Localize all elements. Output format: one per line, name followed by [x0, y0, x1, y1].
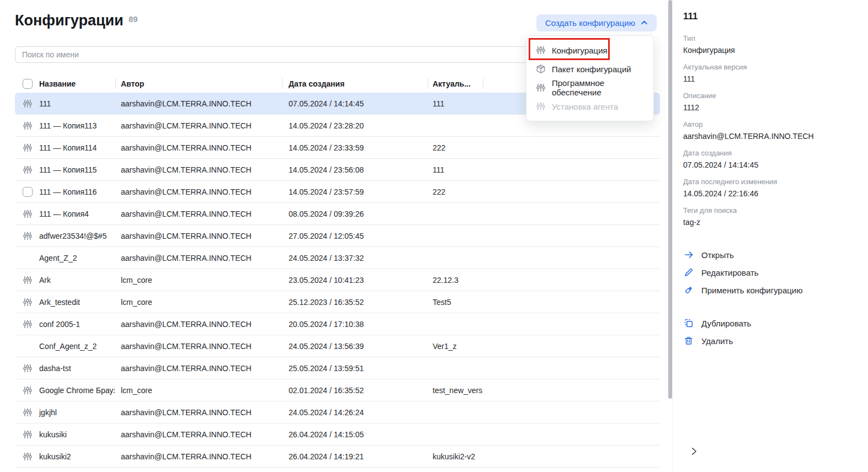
table-row[interactable]: Conf_Agent_z_2aarshavin@LCM.TERRA.INNO.T…	[15, 335, 660, 357]
sliders-icon	[23, 121, 33, 131]
row-leading	[23, 225, 34, 247]
row-created-date: 24.05.2024 / 14:26:24	[289, 401, 427, 423]
row-created-date: 27.05.2024 / 12:05:45	[289, 225, 427, 247]
row-author: lcm_core	[121, 269, 278, 291]
row-actual-version: 22.12.3	[433, 269, 483, 291]
row-leading	[23, 159, 34, 181]
row-created-date: 08.05.2024 / 09:39:26	[289, 203, 427, 225]
arrow-right-icon	[683, 250, 694, 260]
row-created-date: 02.01.2024 / 16:35:52	[289, 379, 427, 401]
package-icon	[536, 64, 546, 74]
sliders-icon	[23, 209, 33, 219]
column-divider	[282, 78, 283, 89]
table-row[interactable]: 111 — Копия114aarshavin@LCM.TERRA.INNO.T…	[15, 137, 660, 159]
sliders-icon	[23, 385, 33, 395]
action-duplicate[interactable]: Дублировать	[683, 314, 751, 332]
menu-item-label: Программное обеспечение	[552, 78, 653, 97]
column-header-created[interactable]: Дата создания	[289, 74, 344, 93]
scrollbar-thumb[interactable]	[668, 0, 672, 399]
column-header-version[interactable]: Актуаль...	[433, 74, 471, 93]
row-created-date: 26.04.2024 / 14:15:05	[289, 423, 427, 446]
table-row[interactable]: dasha-tstaarshavin@LCM.TERRA.INNO.TECH25…	[15, 357, 660, 379]
row-actual-version	[433, 423, 483, 446]
column-divider	[428, 78, 428, 89]
table-row[interactable]: 111 — Копия4aarshavin@LCM.TERRA.INNO.TEC…	[15, 203, 660, 225]
row-leading	[23, 247, 34, 269]
field-label: Тип	[683, 34, 862, 43]
sliders-icon	[23, 297, 33, 307]
sliders-icon	[23, 407, 33, 417]
menu-item-3[interactable]: Программное обеспечение	[526, 78, 653, 97]
sliders-icon	[536, 45, 546, 55]
row-leading	[23, 93, 34, 115]
row-checkbox[interactable]	[23, 187, 33, 197]
row-created-date: 14.05.2024 / 23:33:59	[289, 137, 427, 159]
sliders-icon	[23, 231, 33, 241]
row-name: conf 2005-1	[39, 313, 115, 335]
row-author: aarshavin@LCM.TERRA.INNO.TECH	[121, 247, 278, 269]
menu-item-1[interactable]: Конфигурация	[526, 41, 653, 60]
row-name: 111 — Копия4	[39, 203, 115, 225]
table-row[interactable]: Google Chrome Браузlcm_core02.01.2024 / …	[15, 379, 660, 401]
field-label: Автор	[683, 120, 862, 129]
row-actual-version	[433, 357, 483, 379]
collapse-panel-button[interactable]	[685, 442, 702, 460]
row-author: aarshavin@LCM.TERRA.INNO.TECH	[121, 181, 278, 203]
sliders-icon	[536, 83, 546, 93]
row-leading	[23, 335, 34, 357]
action-apply[interactable]: Применить конфигурацию	[683, 281, 802, 299]
action-label: Удалить	[701, 336, 733, 346]
table-row[interactable]: Agent_Z_2aarshavin@LCM.TERRA.INNO.TECH24…	[15, 247, 660, 269]
detail-field: ТипКонфигурация	[683, 34, 862, 56]
sliders-icon	[23, 363, 33, 373]
table-row[interactable]: jgkjhlaarshavin@LCM.TERRA.INNO.TECH24.05…	[15, 401, 660, 423]
row-leading	[23, 423, 34, 446]
sliders-icon	[536, 101, 546, 111]
row-author: aarshavin@LCM.TERRA.INNO.TECH	[121, 401, 278, 423]
row-created-date: 23.05.2024 / 10:41:23	[289, 269, 427, 291]
table-body: 111aarshavin@LCM.TERRA.INNO.TECH07.05.20…	[15, 93, 660, 468]
row-author: aarshavin@LCM.TERRA.INNO.TECH	[121, 159, 278, 181]
field-value: 1112	[683, 102, 862, 113]
table-row[interactable]: conf 2005-1aarshavin@LCM.TERRA.INNO.TECH…	[15, 313, 660, 335]
select-all-checkbox[interactable]	[23, 74, 33, 93]
action-pencil[interactable]: Редактировать	[683, 264, 802, 281]
menu-item-4: Установка агента	[526, 97, 653, 116]
row-name: Ark	[39, 269, 115, 291]
table-row[interactable]: Arklcm_core23.05.2024 / 10:41:2322.12.3	[15, 269, 660, 291]
table-row[interactable]: 111 — Копия115aarshavin@LCM.TERRA.INNO.T…	[15, 159, 660, 181]
table-row[interactable]: Ark_testeditlcm_core25.12.2023 / 16:35:5…	[15, 291, 660, 313]
details-panel: 111 ТипКонфигурацияАктуальная версия111О…	[672, 0, 868, 472]
table-row[interactable]: 111 — Копия116aarshavin@LCM.TERRA.INNO.T…	[15, 181, 660, 203]
table-row[interactable]: kukusikiaarshavin@LCM.TERRA.INNO.TECH26.…	[15, 423, 660, 446]
row-name: Google Chrome Брауз	[39, 379, 115, 401]
column-header-name[interactable]: Название	[39, 74, 76, 93]
sliders-icon	[23, 165, 33, 175]
field-label: Актуальная версия	[683, 62, 862, 72]
detail-field: Дата создания07.05.2024 / 14:14:45	[683, 148, 862, 170]
field-value: 111	[683, 73, 862, 84]
create-configuration-label: Создать конфигурацию	[545, 18, 635, 28]
field-value: 07.05.2024 / 14:14:45	[683, 159, 862, 170]
row-name: kukusiki	[39, 423, 115, 446]
action-trash[interactable]: Удалить	[683, 332, 751, 350]
row-leading	[23, 269, 34, 291]
row-name: 111 — Копия116	[39, 181, 115, 203]
row-author: lcm_core	[121, 379, 278, 401]
row-created-date: 25.12.2023 / 16:35:52	[289, 291, 427, 313]
menu-item-label: Установка агента	[552, 102, 618, 111]
table-row[interactable]: adfwer23534!@$#5aarshavin@LCM.TERRA.INNO…	[15, 225, 660, 247]
row-actual-version	[433, 203, 483, 225]
column-header-author[interactable]: Автор	[121, 74, 144, 93]
row-leading	[23, 357, 34, 379]
table-row[interactable]: kukusiki2aarshavin@LCM.TERRA.INNO.TECH26…	[15, 446, 660, 468]
pencil-icon	[683, 267, 694, 277]
row-actual-version: 111	[433, 159, 483, 181]
row-author: lcm_core	[121, 291, 278, 313]
create-configuration-button[interactable]: Создать конфигурацию	[536, 14, 657, 31]
row-created-date: 25.05.2024 / 13:59:51	[289, 357, 427, 379]
menu-item-2[interactable]: Пакет конфигураций	[526, 60, 653, 78]
trash-icon	[683, 336, 694, 346]
field-label: Описание	[683, 91, 862, 100]
action-arrow-right[interactable]: Открыть	[683, 246, 802, 264]
